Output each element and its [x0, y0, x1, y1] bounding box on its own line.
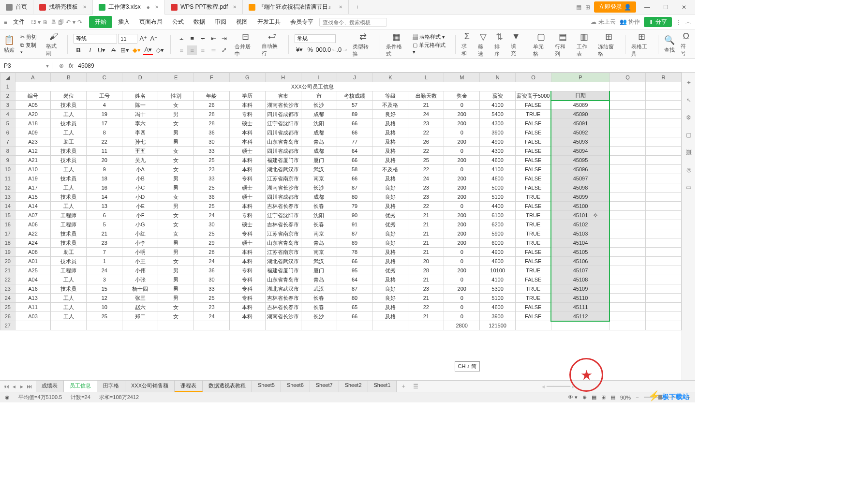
column-header[interactable]: N — [480, 73, 516, 82]
data-cell[interactable]: 女 — [158, 119, 194, 128]
row-header[interactable]: 5 — [0, 119, 15, 128]
data-cell[interactable]: 45098 — [551, 183, 609, 193]
data-cell[interactable] — [122, 321, 158, 330]
row-header[interactable]: 17 — [0, 229, 15, 238]
row-header[interactable]: 19 — [0, 248, 15, 257]
data-cell[interactable]: 0 — [444, 248, 480, 257]
filter-button[interactable]: ▽筛选 — [478, 31, 489, 58]
data-cell[interactable]: 3900 — [480, 128, 516, 137]
data-cell[interactable]: 专科 — [229, 275, 265, 284]
data-cell[interactable]: 45110 — [551, 294, 609, 303]
zoom-out-button[interactable]: − — [636, 395, 639, 400]
row-header[interactable]: 20 — [0, 257, 15, 266]
data-cell[interactable]: 25 — [194, 202, 230, 211]
data-cell[interactable]: 武汉 — [301, 257, 337, 266]
data-cell[interactable]: 工人 — [51, 303, 87, 312]
data-cell[interactable]: TRUE — [516, 193, 551, 202]
data-cell[interactable]: A04 — [15, 275, 51, 284]
data-cell[interactable]: A07 — [15, 211, 51, 220]
data-cell[interactable]: 技术员 — [51, 119, 87, 128]
location-icon[interactable]: ◎ — [684, 165, 693, 174]
row-header[interactable]: 10 — [0, 165, 15, 174]
data-cell[interactable]: 66 — [337, 174, 372, 183]
data-cell[interactable]: 4 — [87, 101, 122, 110]
data-cell[interactable]: 工人 — [51, 183, 87, 193]
data-cell[interactable]: A17 — [15, 183, 51, 193]
data-cell[interactable]: A05 — [15, 101, 51, 110]
data-cell[interactable]: A10 — [15, 165, 51, 174]
data-cell[interactable]: 22 — [87, 137, 122, 147]
data-cell[interactable]: A03 — [15, 312, 51, 321]
data-cell[interactable]: 小B — [122, 174, 158, 183]
data-cell[interactable]: A24 — [15, 238, 51, 248]
data-cell[interactable]: 200 — [444, 238, 480, 248]
sheet-list-button[interactable]: ☰ — [410, 383, 421, 390]
currency-icon[interactable]: ¥▾ — [295, 45, 304, 55]
data-cell[interactable]: 小A — [122, 165, 158, 174]
column-header[interactable]: C — [87, 73, 122, 82]
data-cell[interactable]: 0 — [444, 257, 480, 266]
maximize-button[interactable]: ☐ — [658, 2, 673, 13]
data-cell[interactable]: 45107 — [551, 266, 609, 275]
row-header[interactable]: 18 — [0, 238, 15, 248]
data-cell[interactable]: 0 — [444, 294, 480, 303]
data-cell[interactable]: 技术员 — [51, 193, 87, 202]
data-cell[interactable]: A14 — [15, 202, 51, 211]
align-bottom-icon[interactable]: ⫟ — [198, 34, 208, 44]
data-cell[interactable]: 21 — [408, 220, 444, 229]
data-cell[interactable]: 21 — [408, 294, 444, 303]
copy-button[interactable]: ⧉ 复制 ▾ — [20, 42, 40, 55]
data-cell[interactable]: 23 — [408, 284, 444, 294]
data-cell[interactable]: 技术员 — [51, 156, 87, 165]
select-all-corner[interactable]: ◢ — [0, 73, 15, 82]
data-cell[interactable]: 45103 — [551, 229, 609, 238]
column-header[interactable]: H — [265, 73, 301, 82]
table-header-cell[interactable]: 薪资 — [480, 91, 516, 101]
data-cell[interactable]: 成都 — [301, 128, 337, 137]
data-cell[interactable]: 长春 — [301, 303, 337, 312]
data-cell[interactable]: 及格 — [372, 257, 408, 266]
data-cell[interactable]: 79 — [337, 202, 372, 211]
paste-group[interactable]: 📋粘贴 — [4, 35, 15, 54]
sheet-tab[interactable]: Sheet5 — [252, 381, 281, 392]
data-cell[interactable]: A08 — [15, 248, 51, 257]
data-cell[interactable]: 硕士 — [229, 193, 265, 202]
titlebar-tab[interactable]: 首页 — [0, 0, 33, 15]
data-cell[interactable]: 工人 — [51, 202, 87, 211]
worksheet-button[interactable]: ▥工作表 — [577, 31, 593, 58]
data-cell[interactable]: 南京 — [301, 248, 337, 257]
data-cell[interactable]: 200 — [444, 229, 480, 238]
data-cell[interactable]: 25 — [194, 183, 230, 193]
data-cell[interactable]: A01 — [15, 257, 51, 266]
indent-left-icon[interactable]: ⇤ — [208, 34, 218, 44]
sheet-tab[interactable]: Sheet6 — [281, 381, 310, 392]
data-cell[interactable]: 成都 — [301, 110, 337, 119]
row-header[interactable]: 11 — [0, 174, 15, 183]
layout-icon[interactable]: ▢ — [684, 131, 693, 139]
table-header-cell[interactable]: 市 — [301, 91, 337, 101]
data-cell[interactable]: 23 — [408, 193, 444, 202]
table-style-button[interactable]: ▦ 表格样式 ▾ — [413, 33, 449, 41]
data-cell[interactable]: 11 — [87, 147, 122, 156]
data-cell[interactable]: 工程师 — [51, 220, 87, 229]
data-cell[interactable]: 女 — [158, 257, 194, 266]
format-painter[interactable]: 🖌格式刷 — [46, 31, 62, 57]
data-cell[interactable]: 21 — [408, 238, 444, 248]
row-header[interactable]: 6 — [0, 128, 15, 137]
data-cell[interactable]: 本科 — [229, 101, 265, 110]
data-cell[interactable]: 36 — [194, 193, 230, 202]
data-cell[interactable]: 专科 — [229, 266, 265, 275]
data-cell[interactable]: 女 — [158, 165, 194, 174]
data-cell[interactable]: 45091 — [551, 119, 609, 128]
data-cell[interactable]: 本科 — [229, 312, 265, 321]
data-cell[interactable]: 45101 — [551, 211, 609, 220]
row-header[interactable]: 8 — [0, 147, 15, 156]
data-cell[interactable]: 专科 — [229, 294, 265, 303]
data-cell[interactable]: 良好 — [372, 183, 408, 193]
data-cell[interactable]: 21 — [87, 229, 122, 238]
menu-tab[interactable]: 视图 — [232, 16, 252, 28]
prev-sheet-icon[interactable]: ◂ — [11, 383, 17, 390]
data-cell[interactable] — [158, 321, 194, 330]
data-cell[interactable]: 45095 — [551, 156, 609, 165]
book-icon[interactable]: ▭ — [684, 183, 693, 192]
